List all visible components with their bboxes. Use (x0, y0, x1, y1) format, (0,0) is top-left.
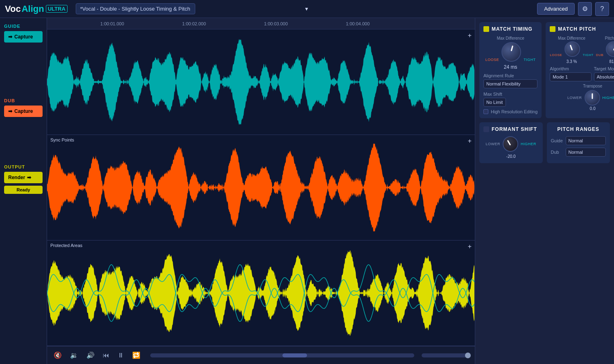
pitch-target-group: Pitch Target DUB GUIDE 81.2 % (596, 36, 614, 64)
pitch-target-label: Pitch Target (605, 36, 614, 40)
formant-shift-title: FORMANT SHIFT (483, 126, 539, 132)
main-layout: GUIDE ➡ Capture DUB ➡ Capture OUTPUT Ren… (0, 18, 614, 364)
timing-knob[interactable] (501, 42, 521, 62)
timing-value: 24 ms (483, 64, 537, 70)
formant-higher-label: HIGHER (521, 142, 536, 146)
advanced-button[interactable]: Advanced (537, 3, 575, 15)
top-panels-row: MATCH TIMING Max Difference LOOSE TIGHT … (479, 22, 610, 118)
formant-shift-checkbox[interactable] (483, 126, 489, 132)
transpose-higher-label: HIGHER (603, 96, 614, 100)
formant-shift-section: FORMANT SHIFT LOWER HIGHER -20.0 (479, 122, 543, 163)
rewind-button[interactable]: ⏮ (100, 350, 112, 361)
speaker-low-button[interactable]: 🔉 (68, 350, 81, 361)
guide-range-label: Guide (551, 138, 563, 143)
formant-knob[interactable] (503, 136, 518, 152)
help-button[interactable]: ? (595, 2, 609, 16)
formant-value: -20.0 (483, 154, 539, 159)
capture-guide-label: Capture (14, 34, 33, 40)
scroll-thumb[interactable] (282, 353, 307, 357)
target-mode-select[interactable]: Absolute (594, 72, 614, 81)
sync-points-expand[interactable]: + (468, 137, 472, 145)
pitch-max-diff-label: Max Difference (558, 36, 585, 40)
ready-badge: Ready (4, 186, 43, 194)
right-panel: MATCH TIMING Max Difference LOOSE TIGHT … (475, 18, 614, 364)
app-logo: Voc Align ULTRA (5, 4, 68, 14)
scroll-track[interactable] (150, 353, 414, 357)
loop-button[interactable]: 🔁 (130, 350, 143, 361)
alignment-rule-label: Alignment Rule (483, 73, 537, 78)
capture-guide-button[interactable]: ➡ Capture (4, 31, 43, 43)
pitch-max-knob[interactable] (564, 41, 580, 57)
protected-areas-expand[interactable]: + (468, 243, 472, 250)
algorithm-group: Algorithm Mode 1 (550, 66, 591, 81)
dropdown-arrow-icon: ▼ (304, 6, 309, 12)
pitch-max-value: 3.3 % (567, 59, 577, 64)
pitch-tight-label: TIGHT (582, 53, 594, 57)
formant-knob-row: LOWER HIGHER (483, 136, 539, 152)
settings-button[interactable]: ⚙ (578, 2, 592, 16)
max-diff-title: Max Difference (483, 36, 537, 40)
match-timing-title: MATCH TIMING (483, 26, 537, 32)
pitch-max-diff-group: Max Difference LOOSE TIGHT 3.3 % (550, 36, 594, 64)
speaker-off-button[interactable]: 🔇 (51, 350, 64, 361)
algorithm-label: Algorithm (550, 66, 591, 71)
timing-loose-label: LOOSE (485, 58, 499, 62)
guide-range-row: Guide Normal (551, 136, 606, 145)
bottom-panels-row: FORMANT SHIFT LOWER HIGHER -20.0 PITCH R… (479, 122, 610, 163)
pitch-algo-row: Algorithm Mode 1 Target Mode Absolute (550, 66, 614, 81)
pitch-target-knob[interactable] (606, 41, 614, 57)
guide-waveform-expand[interactable]: + (468, 32, 472, 39)
pause-button[interactable]: ⏸ (115, 350, 126, 361)
pitch-target-value: 81.2 % (609, 59, 614, 64)
capture-guide-icon: ➡ (8, 34, 12, 40)
guide-waveform-section: + (47, 29, 475, 135)
formant-lower-label: LOWER (485, 142, 500, 146)
timing-knob-group (501, 42, 521, 62)
pitch-dub-label: DUB (596, 53, 603, 57)
left-panel: GUIDE ➡ Capture DUB ➡ Capture OUTPUT Ren… (0, 18, 47, 364)
match-timing-checkbox[interactable] (483, 26, 489, 32)
logo-ultra: ULTRA (46, 5, 68, 13)
timing-knob-row: LOOSE TIGHT (483, 42, 537, 62)
dub-range-row: Dub Normal (551, 148, 606, 157)
match-pitch-label: MATCH PITCH (558, 26, 596, 32)
formant-shift-label: FORMANT SHIFT (492, 126, 537, 132)
match-pitch-section: MATCH PITCH Max Difference LOOSE TIGHT 3… (546, 22, 614, 118)
guide-waveform-canvas (47, 29, 475, 135)
guide-range-select[interactable]: Normal (566, 136, 606, 145)
protected-areas-label: Protected Areas (50, 243, 82, 248)
pitch-loose-label: LOOSE (550, 53, 562, 57)
render-label: Render (8, 175, 25, 180)
match-pitch-checkbox[interactable] (550, 26, 555, 32)
speaker-high-button[interactable]: 🔊 (84, 350, 97, 361)
dub-range-label: Dub (551, 150, 563, 155)
high-res-checkbox[interactable] (483, 109, 488, 114)
capture-dub-label: Capture (14, 108, 33, 114)
capture-dub-icon: ➡ (8, 108, 12, 114)
timeline-mark-1: 1:00:01.000 (100, 21, 124, 26)
preset-dropdown[interactable]: *Vocal - Double - Slightly Loose Timing … (76, 3, 195, 14)
transpose-knob[interactable] (585, 90, 600, 106)
max-shift-select[interactable]: No Limit (483, 98, 506, 107)
waveform-sections: + Sync Points + Protected Areas + (47, 29, 475, 346)
top-bar: Voc Align ULTRA *Vocal - Double - Slight… (0, 0, 614, 18)
sync-points-section: Sync Points + (47, 135, 475, 240)
zoom-bar[interactable] (422, 353, 471, 357)
pitch-target-knob-row: DUB GUIDE (596, 41, 614, 57)
timeline-mark-4: 1:00:04.000 (346, 21, 370, 26)
alignment-rule-select[interactable]: Normal Flexibility (483, 79, 537, 88)
pitch-ranges-section: PITCH RANGES Guide Normal Dub Normal (547, 122, 610, 163)
guide-label: GUIDE (4, 24, 43, 29)
dub-range-select[interactable]: Normal (566, 148, 606, 157)
render-button[interactable]: Render ➡ (4, 172, 43, 183)
output-waveform-canvas (47, 240, 475, 346)
pitch-ranges-title: PITCH RANGES (551, 126, 606, 132)
capture-dub-button[interactable]: ➡ Capture (4, 106, 43, 117)
algorithm-select[interactable]: Mode 1 (550, 72, 591, 81)
zoom-indicator[interactable] (465, 353, 471, 358)
transpose-value: 0.0 (550, 106, 614, 111)
match-pitch-title: MATCH PITCH (550, 26, 614, 32)
timeline-mark-3: 1:00:03.000 (264, 21, 288, 26)
target-mode-group: Target Mode Absolute (594, 66, 614, 81)
dub-waveform-canvas (47, 135, 475, 240)
